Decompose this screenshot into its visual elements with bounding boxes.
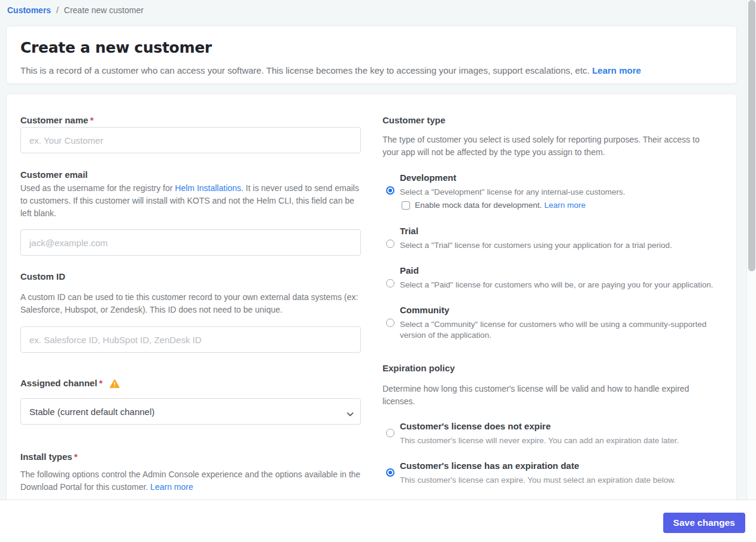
option-description: Select a "Community" license for custome… (400, 319, 723, 341)
customer-email-label: Customer email (20, 169, 361, 181)
option-description: This customer's license can expire. You … (400, 475, 723, 486)
expiration-policy-description: Determine how long this customer's licen… (382, 383, 714, 408)
form-right-column: Customer type The type of customer you s… (382, 94, 720, 486)
custom-id-description: A custom ID can be used to tie this cust… (20, 291, 361, 316)
radio-development[interactable] (386, 186, 394, 195)
customer-type-description: The type of customer you select is used … (382, 134, 714, 159)
page-title: Create a new customer (20, 39, 722, 56)
form-left-column: Customer name* Customer email Used as th… (20, 94, 361, 493)
required-asterisk: * (90, 115, 93, 125)
customer-type-option-trial: Trial Select a "Trial" license for custo… (382, 225, 720, 251)
assigned-channel-select[interactable]: Stable (current default channel) (20, 398, 361, 425)
header-learn-more-link[interactable]: Learn more (592, 65, 641, 75)
option-title: Trial (400, 225, 720, 237)
required-asterisk: * (74, 452, 78, 462)
assigned-channel-label: Assigned channel* (20, 377, 361, 391)
option-description: Select a "Paid" license for customers wh… (400, 280, 723, 290)
expiration-policy-heading: Expiration policy (382, 362, 720, 374)
mock-data-checkbox-label: Enable mock data for development. Learn … (415, 201, 585, 210)
install-types-label: Install types* (20, 451, 361, 463)
option-description: This customer's license will never expir… (400, 435, 723, 446)
option-title: Community (400, 304, 720, 316)
breadcrumb-current: Create new customer (64, 5, 144, 15)
option-title: Customer's license does not expire (400, 420, 720, 432)
custom-id-input[interactable] (20, 326, 361, 353)
header-card: Create a new customer This is a record o… (6, 26, 737, 84)
radio-trial[interactable] (386, 240, 394, 248)
mock-data-learn-more-link[interactable]: Learn more (544, 201, 585, 210)
expiration-option-has-date: Customer's license has an expiration dat… (382, 460, 720, 486)
customer-type-option-community: Community Select a "Community" license f… (382, 304, 720, 341)
radio-license-has-expiration[interactable] (386, 468, 394, 477)
customer-name-label: Customer name* (20, 114, 361, 126)
radio-paid[interactable] (386, 279, 394, 287)
warning-icon (110, 379, 120, 391)
install-types-learn-more-link[interactable]: Learn more (150, 482, 193, 492)
option-description: Select a "Trial" license for customers u… (400, 240, 723, 251)
option-title: Paid (400, 265, 720, 277)
customer-email-description: Used as the username for the registry fo… (20, 182, 361, 220)
custom-id-label: Custom ID (20, 271, 361, 283)
customer-type-heading: Customer type (382, 114, 720, 126)
option-description: Select a "Development" license for any i… (400, 187, 723, 198)
footer-bar: Save changes (0, 499, 756, 542)
save-changes-button[interactable]: Save changes (663, 513, 745, 533)
header-description: This is a record of a customer who can a… (20, 65, 722, 75)
radio-license-does-not-expire[interactable] (386, 429, 394, 437)
breadcrumb-separator: / (56, 5, 59, 15)
required-asterisk: * (99, 378, 102, 388)
breadcrumb-customers-link[interactable]: Customers (7, 5, 51, 15)
breadcrumb: Customers / Create new customer (7, 5, 144, 15)
radio-community[interactable] (386, 319, 394, 327)
option-title: Development (400, 172, 720, 184)
customer-type-option-development: Development Select a "Development" licen… (382, 172, 720, 210)
install-types-description: The following options control the Admin … (20, 468, 361, 493)
customer-email-input[interactable] (20, 229, 361, 256)
option-title: Customer's license has an expiration dat… (400, 460, 720, 472)
customer-type-option-paid: Paid Select a "Paid" license for custome… (382, 265, 720, 290)
scrollbar-thumb[interactable] (748, 0, 755, 271)
mock-data-checkbox-row: Enable mock data for development. Learn … (402, 201, 720, 210)
mock-data-checkbox[interactable] (402, 201, 410, 210)
form-card: Customer name* Customer email Used as th… (6, 93, 737, 509)
scrollbar-track[interactable] (746, 0, 756, 499)
expiration-option-no-expire: Customer's license does not expire This … (382, 420, 720, 446)
helm-installations-link[interactable]: Helm Installations (175, 183, 241, 193)
customer-name-input[interactable] (20, 127, 361, 153)
